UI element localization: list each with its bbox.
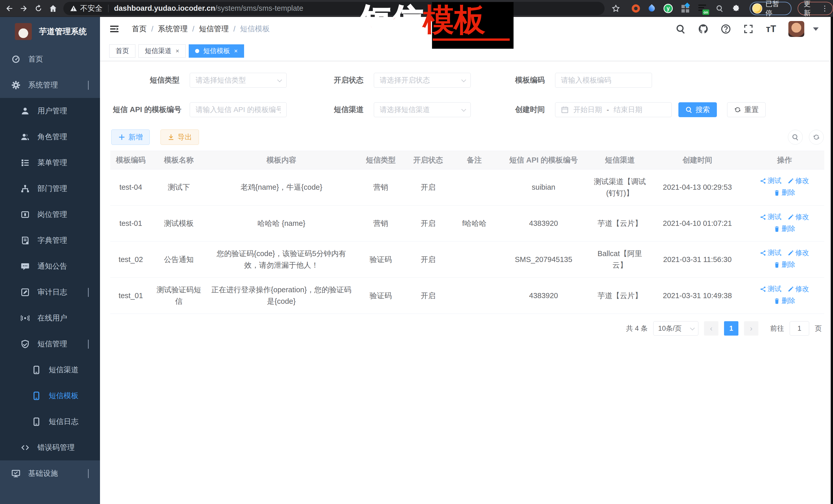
- sidebar-item-短信模板[interactable]: 短信模板: [0, 383, 100, 409]
- tab-首页[interactable]: 首页: [109, 44, 135, 58]
- channel-select[interactable]: 请选择短信渠道: [374, 102, 471, 117]
- end-date-placeholder[interactable]: 结束日期: [614, 105, 642, 115]
- sidebar-item-菜单管理[interactable]: 菜单管理: [0, 150, 100, 175]
- extension-blue-drop-icon[interactable]: [647, 4, 656, 13]
- start-date-placeholder[interactable]: 开始日期: [573, 105, 602, 115]
- app-logo-row[interactable]: 芋道管理系统: [0, 17, 100, 46]
- breadcrumb-home[interactable]: 首页: [132, 24, 147, 34]
- sidebar-item-短信管理[interactable]: 短信管理: [0, 331, 100, 357]
- table-row: test_02公告通知您的验证码{code}，该验证码5分钟内有效，请勿泄漏于他…: [110, 241, 824, 278]
- 删除-link[interactable]: 删除: [774, 223, 795, 234]
- browser-home-icon[interactable]: [48, 3, 59, 14]
- api-template-id-input[interactable]: [190, 102, 287, 117]
- github-icon[interactable]: [698, 24, 708, 34]
- filter-label: 开启状态: [300, 75, 363, 86]
- edit-icon: [788, 214, 794, 220]
- extension-list-on-icon[interactable]: on: [698, 4, 707, 13]
- breadcrumb-sms[interactable]: 短信管理: [199, 24, 229, 34]
- template-code-input[interactable]: [555, 73, 652, 88]
- extension-orange-ring-icon[interactable]: [632, 4, 640, 13]
- sidebar-item-系统管理[interactable]: 系统管理: [0, 72, 100, 98]
- 测试-link[interactable]: 测试: [760, 175, 782, 186]
- close-icon[interactable]: ×: [175, 47, 179, 55]
- extension-green-y-icon[interactable]: [664, 4, 673, 13]
- page-size-select[interactable]: 10条/页: [653, 321, 698, 336]
- table-cell: [451, 169, 497, 206]
- caret-down-icon[interactable]: [813, 27, 819, 31]
- filter-label: 短信类型: [115, 75, 180, 86]
- show-search-toggle-button[interactable]: [788, 130, 803, 145]
- add-button[interactable]: 新增: [111, 129, 150, 145]
- sidebar-item-label: 通知公告: [38, 261, 67, 271]
- fullscreen-icon[interactable]: [743, 24, 754, 34]
- goto-page-input[interactable]: [790, 321, 809, 336]
- sidebar-item-角色管理[interactable]: 角色管理: [0, 124, 100, 150]
- table-cell: 芋道【云片】: [590, 205, 650, 241]
- url-host: dashboard.yudao.iocoder.cn: [114, 4, 215, 13]
- browser-reload-icon[interactable]: [33, 3, 44, 14]
- address-bar[interactable]: 不安全 dashboard.yudao.iocoder.cn/system/sm…: [63, 2, 604, 15]
- 测试-link[interactable]: 测试: [760, 284, 782, 294]
- sms-type-select[interactable]: 请选择短信类型: [190, 73, 287, 88]
- browser-update-button[interactable]: 更新 ⋮: [798, 2, 833, 15]
- tab-label: 短信渠道: [145, 46, 171, 55]
- refresh-table-button[interactable]: [809, 130, 824, 145]
- header-search-icon[interactable]: [675, 24, 686, 34]
- security-label: 不安全: [80, 3, 102, 14]
- help-icon[interactable]: [721, 24, 731, 34]
- sidebar-item-审计日志[interactable]: 审计日志: [0, 279, 100, 305]
- status-select[interactable]: 请选择开启状态: [374, 73, 471, 88]
- refresh-icon: [734, 106, 741, 113]
- security-warning[interactable]: 不安全: [70, 3, 102, 14]
- close-icon[interactable]: ×: [234, 47, 238, 55]
- bookmark-star-icon[interactable]: [612, 4, 620, 13]
- prev-page-button[interactable]: ‹: [704, 321, 718, 336]
- kebab-menu-icon[interactable]: ⋮: [821, 4, 828, 13]
- sidebar-item-在线用户[interactable]: 在线用户: [0, 305, 100, 331]
- breadcrumb-current: 短信模板: [240, 24, 270, 34]
- 修改-link[interactable]: 修改: [788, 284, 809, 294]
- 删除-link[interactable]: 删除: [774, 259, 795, 270]
- 测试-link[interactable]: 测试: [760, 212, 782, 222]
- sidebar-item-岗位管理[interactable]: 岗位管理: [0, 201, 100, 227]
- tab-label: 首页: [116, 46, 129, 55]
- browser-back-icon[interactable]: [4, 3, 15, 14]
- next-page-button[interactable]: ›: [744, 321, 758, 336]
- 修改-link[interactable]: 修改: [788, 212, 809, 222]
- font-size-icon[interactable]: тT: [766, 24, 776, 34]
- page-1-button[interactable]: 1: [724, 321, 738, 336]
- 删除-link[interactable]: 删除: [774, 295, 795, 306]
- breadcrumb-system[interactable]: 系统管理: [158, 24, 188, 34]
- date-range-picker[interactable]: 开始日期 - 结束日期: [555, 102, 672, 117]
- extensions-puzzle-icon[interactable]: [732, 4, 740, 13]
- browser-forward-icon[interactable]: [18, 3, 29, 14]
- 修改-link[interactable]: 修改: [788, 248, 809, 258]
- column-header-创建时间: 创建时间: [650, 151, 745, 169]
- sidebar-item-基础设施[interactable]: 基础设施: [0, 460, 100, 486]
- sidebar-item-字典管理[interactable]: 字典管理: [0, 227, 100, 253]
- extension-magnifier-icon[interactable]: [716, 5, 723, 12]
- sidebar-item-短信日志[interactable]: 短信日志: [0, 409, 100, 434]
- sidebar-item-错误码管理[interactable]: 错误码管理: [0, 434, 100, 460]
- 测试-link[interactable]: 测试: [760, 248, 782, 258]
- tab-短信模板[interactable]: 短信模板×: [189, 44, 244, 58]
- tab-短信渠道[interactable]: 短信渠道×: [139, 44, 186, 58]
- sidebar-item-通知公告[interactable]: 通知公告: [0, 253, 100, 279]
- share-icon: [760, 250, 766, 256]
- export-button[interactable]: 导出: [161, 129, 199, 145]
- sidebar-item-用户管理[interactable]: 用户管理: [0, 98, 100, 124]
- sidebar-collapse-icon[interactable]: [109, 24, 119, 34]
- sidebar-item-短信渠道[interactable]: 短信渠道: [0, 357, 100, 383]
- search-button[interactable]: 搜索: [679, 102, 717, 117]
- 修改-link[interactable]: 修改: [788, 175, 809, 186]
- table-row: test-01测试模板哈哈哈 {name}营销开启f哈哈哈4383920芋道【云…: [110, 205, 824, 241]
- extension-grid-icon[interactable]: [682, 4, 690, 13]
- breadcrumb: 首页 / 系统管理 / 短信管理 / 短信模板: [132, 24, 270, 34]
- 删除-link[interactable]: 删除: [774, 187, 795, 198]
- sidebar-item-部门管理[interactable]: 部门管理: [0, 175, 100, 201]
- trash-icon: [774, 298, 780, 304]
- profile-paused-chip[interactable]: 已暂停: [750, 2, 791, 15]
- reset-button[interactable]: 重置: [727, 102, 766, 117]
- user-avatar[interactable]: [788, 21, 804, 37]
- sidebar-item-首页[interactable]: 首页: [0, 46, 100, 72]
